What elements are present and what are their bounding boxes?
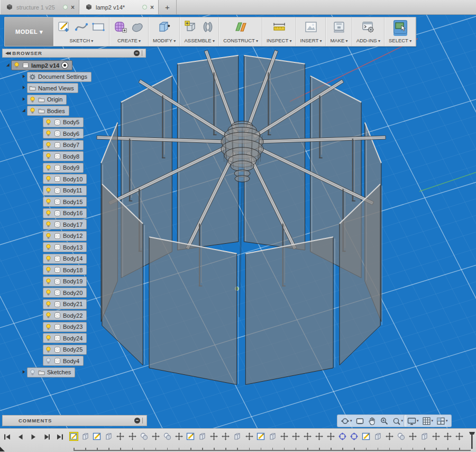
step-forward-icon[interactable] <box>43 433 51 443</box>
toolbar-button[interactable] <box>201 20 215 36</box>
tree-row[interactable]: Body23 <box>2 321 146 333</box>
timeline-feature-sketch[interactable] <box>93 432 102 441</box>
timeline-feature-extrude[interactable] <box>420 432 429 441</box>
tree-item-body4[interactable]: Body4 <box>43 356 84 366</box>
browser-panel-header[interactable]: ◀◀ BROWSER − <box>2 49 146 58</box>
skip-to-start-icon[interactable] <box>3 433 11 443</box>
toolbar-group-label[interactable]: MAKE ▾ <box>330 38 347 43</box>
toolbar-group-label[interactable]: SKETCH ▾ <box>70 38 94 43</box>
timeline-feature-move[interactable] <box>408 432 417 441</box>
tree-item-origin[interactable]: Origin <box>27 95 67 105</box>
tree-item-body9[interactable]: Body9 <box>43 163 84 173</box>
document-tab[interactable]: lamp2 v14*× <box>79 0 159 14</box>
toolbar-group-label[interactable]: CONSTRUCT ▾ <box>223 38 258 43</box>
skip-to-end-icon[interactable] <box>56 433 64 443</box>
toolbar-button[interactable] <box>304 20 318 36</box>
tree-item-body20[interactable]: Body20 <box>43 288 87 298</box>
expanded-triangle-icon[interactable] <box>20 108 27 114</box>
tree-row[interactable]: Body16 <box>2 208 146 219</box>
timeline-feature-pattern[interactable] <box>350 432 359 441</box>
toolbar-button[interactable] <box>234 20 248 36</box>
timeline-feature-move[interactable] <box>455 432 464 441</box>
toolbar-group-label[interactable]: CREATE ▾ <box>117 38 141 43</box>
timeline-feature-copy[interactable] <box>163 432 172 441</box>
tree-item-body22[interactable]: Body22 <box>43 310 87 320</box>
timeline-feature-extrude[interactable] <box>198 432 207 441</box>
tree-row[interactable]: Body25 <box>2 344 146 356</box>
toolbar-button[interactable] <box>272 20 286 36</box>
tree-row[interactable]: Bodies <box>2 105 146 117</box>
timeline-track[interactable] <box>74 450 471 451</box>
timeline-feature-move[interactable] <box>151 432 160 441</box>
toolbar-button[interactable] <box>393 20 407 36</box>
tree-row[interactable]: Body21 <box>2 299 146 310</box>
expanded-triangle-icon[interactable] <box>4 62 11 68</box>
collapsed-triangle-icon[interactable] <box>20 370 27 375</box>
tree-item-body8[interactable]: Body8 <box>43 151 84 161</box>
tree-row[interactable]: Body18 <box>2 264 146 276</box>
tree-item-bodies[interactable]: Bodies <box>27 106 69 116</box>
tree-row[interactable]: Body11 <box>2 185 146 197</box>
toolbar-button[interactable] <box>131 20 144 36</box>
tree-item-body19[interactable]: Body19 <box>43 276 87 287</box>
close-icon[interactable]: × <box>150 4 154 11</box>
tree-item-lamp2-v14[interactable]: lamp2 v14 <box>11 60 72 70</box>
timeline-feature-extrude[interactable] <box>81 432 90 441</box>
tree-item-body17[interactable]: Body17 <box>43 219 87 229</box>
timeline-feature-copy[interactable] <box>397 432 406 441</box>
tree-item-body18[interactable]: Body18 <box>43 265 87 275</box>
toolbar-button[interactable] <box>75 20 88 36</box>
tree-item-body25[interactable]: Body25 <box>43 345 87 355</box>
timeline-feature-pattern[interactable] <box>338 432 347 441</box>
timeline-feature-move[interactable] <box>315 432 324 441</box>
timeline-feature-move[interactable] <box>280 432 289 441</box>
timeline-feature-extrude[interactable] <box>268 432 277 441</box>
tree-row[interactable]: Origin <box>2 94 146 106</box>
timeline-feature-sketch[interactable] <box>186 432 195 441</box>
navbar-button-orbit[interactable]: ▾ <box>339 415 354 427</box>
tree-item-body11[interactable]: Body11 <box>43 186 87 196</box>
tree-row[interactable]: lamp2 v14 <box>2 60 146 71</box>
tree-row[interactable]: Body5 <box>2 117 146 128</box>
minimize-comments-icon[interactable]: − <box>134 418 140 423</box>
tree-row[interactable]: Body13 <box>2 242 146 253</box>
navbar-button-zoom[interactable] <box>378 415 390 427</box>
timeline-feature-copy[interactable] <box>140 432 149 441</box>
tree-row[interactable]: Body15 <box>2 196 146 208</box>
toolbar-group-label[interactable]: ASSEMBLE ▾ <box>184 38 214 43</box>
tree-row[interactable]: Body12 <box>2 230 146 242</box>
timeline-feature-move[interactable] <box>385 432 394 441</box>
tree-item-sketches[interactable]: Sketches <box>27 367 75 377</box>
tree-item-body16[interactable]: Body16 <box>43 208 87 218</box>
tree-item-body6[interactable]: Body6 <box>43 128 84 139</box>
navbar-button-zoom-window[interactable]: ▾ <box>390 415 405 427</box>
toolbar-group-label[interactable]: MODIFY ▾ <box>153 38 176 43</box>
tree-row[interactable]: Body19 <box>2 276 146 288</box>
tree-row[interactable]: Body6 <box>2 128 146 140</box>
tree-item-body13[interactable]: Body13 <box>43 242 87 252</box>
document-tab[interactable]: structure 1 v25× <box>0 0 79 14</box>
tree-row[interactable]: Body20 <box>2 287 146 299</box>
activate-radio-icon[interactable] <box>61 62 68 69</box>
toolbar-button[interactable] <box>158 20 171 36</box>
tree-row[interactable]: Body14 <box>2 253 146 265</box>
tree-row[interactable]: Body17 <box>2 219 146 230</box>
collapsed-triangle-icon[interactable] <box>20 85 27 91</box>
timeline-feature-move[interactable] <box>209 432 218 441</box>
new-tab-button[interactable]: + <box>159 0 177 14</box>
navbar-button-look-at[interactable] <box>354 415 366 427</box>
timeline-feature-move[interactable] <box>326 432 335 441</box>
timeline-feature-extrude[interactable] <box>233 432 242 441</box>
workspace-switcher-button[interactable]: MODEL ▾ <box>5 17 53 46</box>
toolbar-group-label[interactable]: ADD-INS ▾ <box>356 38 380 43</box>
tree-item-document-settings[interactable]: Document Settings <box>27 72 91 82</box>
toolbar-button[interactable] <box>58 20 71 36</box>
timeline-feature-extrude[interactable] <box>373 432 382 441</box>
close-icon[interactable]: × <box>71 4 75 11</box>
collapsed-triangle-icon[interactable] <box>20 74 27 80</box>
play-icon[interactable] <box>30 433 38 443</box>
timeline-feature-sketch-selected[interactable] <box>69 432 78 441</box>
navbar-button-pan[interactable] <box>366 415 378 427</box>
timeline-feature-move[interactable] <box>245 432 254 441</box>
timeline-feature-extrude[interactable] <box>104 432 113 441</box>
